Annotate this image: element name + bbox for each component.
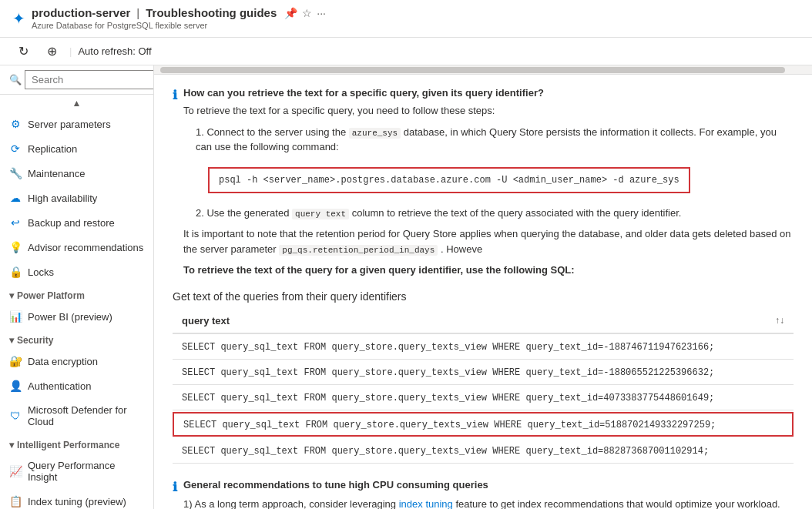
section-chevron-icon: ▾ (9, 440, 14, 450)
ms-defender-icon: 🛡 (9, 410, 22, 422)
info-icon: ℹ (173, 88, 177, 278)
sidebar-label: Query Performance Insight (28, 460, 144, 483)
step2-prefix: 2. Use the generated (196, 207, 292, 219)
rec1-suffix: feature to get index recommendations tha… (455, 498, 780, 510)
sidebar-label: Authentication (28, 380, 91, 392)
section-chevron-icon: ▾ (9, 335, 14, 346)
section-power-platform[interactable]: ▾ Power Platform (0, 284, 153, 304)
locks-icon: 🔒 (9, 266, 22, 278)
step1-prefix: 1. Connect to the server using the (196, 126, 349, 138)
main-content: ℹ How can you retrieve the text for a sp… (154, 65, 812, 509)
sidebar-item-advisor[interactable]: 💡 Advisor recommendations (0, 235, 153, 260)
step1-db: azure_sys (349, 128, 401, 139)
row-value: SELECT query_sql_text FROM query_store.q… (182, 446, 709, 457)
azure-logo: ✦ (12, 9, 25, 28)
maintenance-icon: 🔧 (9, 167, 22, 179)
sidebar-item-locks[interactable]: 🔒 Locks (0, 260, 153, 284)
scroll-up-icon: ▲ (72, 98, 82, 109)
section-label: Security (17, 335, 53, 346)
section-intelligent-performance[interactable]: ▾ Intelligent Performance (0, 434, 153, 454)
step-1: 1. Connect to the server using the azure… (196, 125, 794, 155)
sidebar-label: High availability (28, 193, 97, 204)
table-row: SELECT query_sql_text FROM query_store.q… (173, 438, 794, 464)
toolbar: ↻ ⊕ | Auto refresh: Off (0, 38, 812, 65)
layout: 🔍 ✕ « ▲ ⚙ Server parameters ⟳ Replicatio… (0, 65, 812, 509)
command-text: psql -h <server_name>.postgres.database.… (208, 167, 690, 193)
search-input[interactable] (25, 70, 154, 89)
header-subtitle: Azure Database for PostgreSQL flexible s… (32, 19, 326, 31)
header-top: production-server | Troubleshooting guid… (32, 6, 326, 31)
header-title-row: production-server | Troubleshooting guid… (32, 6, 326, 19)
info-content: How can you retrieve the text for a spec… (183, 87, 794, 278)
rec1-prefix: As a long term approach, consider levera… (194, 498, 398, 510)
sidebar-label: Power BI (preview) (28, 311, 112, 323)
separator: | (136, 6, 139, 19)
rec-content: General recommendations to tune high CPU… (183, 479, 794, 510)
sidebar-label: Server parameters (28, 119, 111, 130)
table-row-highlighted: SELECT query_sql_text FROM query_store.q… (173, 412, 794, 437)
sidebar-item-power-bi[interactable]: 📊 Power BI (preview) (0, 304, 153, 329)
more-icon[interactable]: ··· (317, 7, 326, 19)
refresh-button[interactable]: ↻ (12, 41, 35, 62)
diagnose-icon: ⊕ (47, 44, 57, 59)
sidebar-label: Maintenance (28, 168, 85, 179)
sidebar-item-high-availability[interactable]: ☁ High availability (0, 186, 153, 210)
info-box: ℹ How can you retrieve the text for a sp… (173, 87, 794, 278)
sidebar-label: Backup and restore (28, 217, 115, 229)
sidebar-item-backup-restore[interactable]: ↩ Backup and restore (0, 210, 153, 235)
sidebar-item-maintenance[interactable]: 🔧 Maintenance (0, 161, 153, 186)
sidebar-label: Microsoft Defender for Cloud (28, 404, 144, 427)
recommendations-box: ℹ General recommendations to tune high C… (173, 479, 794, 510)
sidebar: 🔍 ✕ « ▲ ⚙ Server parameters ⟳ Replicatio… (0, 65, 154, 509)
note-prefix: It is important to note that the retenti… (183, 228, 790, 255)
table-title: Get text of the queries from their query… (173, 290, 794, 303)
row-value: SELECT query_sql_text FROM query_store.q… (182, 393, 714, 404)
table-row: SELECT query_sql_text FROM query_store.q… (173, 334, 794, 360)
sidebar-item-data-encryption[interactable]: 🔐 Data encryption (0, 349, 153, 373)
step-2: 2. Use the generated query text column t… (196, 206, 794, 221)
sidebar-item-authentication[interactable]: 👤 Authentication (0, 373, 153, 398)
index-tuning-icon: 📋 (9, 495, 22, 507)
row-value: SELECT query_sql_text FROM query_store.q… (182, 367, 714, 378)
sidebar-scroll-up[interactable]: ▲ (0, 95, 153, 112)
sidebar-label: Locks (28, 266, 54, 278)
sql-label: To retrieve the text of the query for a … (183, 263, 794, 278)
scrollbar-thumb (160, 67, 785, 73)
sidebar-item-replication[interactable]: ⟳ Replication (0, 136, 153, 161)
section-label: Power Platform (17, 290, 85, 301)
info-intro: To retrieve the text for a specific quer… (183, 103, 794, 119)
table-section: Get text of the queries from their query… (173, 290, 794, 464)
sort-icon[interactable]: ↑↓ (775, 315, 784, 326)
sidebar-item-ms-defender[interactable]: 🛡 Microsoft Defender for Cloud (0, 398, 153, 434)
section-security[interactable]: ▾ Security (0, 329, 153, 349)
horizontal-scrollbar[interactable] (154, 65, 812, 75)
rec-info-icon: ℹ (173, 480, 177, 510)
step2-code: query text (292, 209, 349, 219)
diagnose-button[interactable]: ⊕ (41, 41, 63, 62)
section-chevron-icon: ▾ (9, 290, 14, 301)
rec1-number: 1) (183, 498, 194, 510)
section-label: Intelligent Performance (17, 440, 119, 450)
authentication-icon: 👤 (9, 380, 22, 392)
content-area: ℹ How can you retrieve the text for a sp… (154, 75, 812, 509)
data-encryption-icon: 🔐 (9, 355, 22, 367)
note-suffix: . Howeve (441, 243, 482, 255)
rec-title: General recommendations to tune high CPU… (183, 479, 794, 491)
sidebar-item-index-tuning[interactable]: 📋 Index tuning (preview) (0, 489, 153, 509)
server-name: production-server (32, 6, 130, 19)
step2-suffix: column to retrieve the text of the query… (352, 207, 682, 219)
command-block: psql -h <server_name>.postgres.database.… (196, 161, 794, 199)
sidebar-item-query-performance[interactable]: 📈 Query Performance Insight (0, 454, 153, 489)
high-availability-icon: ☁ (9, 192, 22, 204)
auto-refresh-label: Auto refresh: Off (78, 45, 151, 57)
rec-item-1: 1) As a long term approach, consider lev… (183, 497, 794, 510)
table-row: SELECT query_sql_text FROM query_store.q… (173, 360, 794, 385)
index-tuning-link[interactable]: index tuning (399, 498, 453, 510)
sidebar-label: Data encryption (28, 356, 98, 367)
star-icon[interactable]: ☆ (302, 7, 312, 19)
sidebar-item-server-parameters[interactable]: ⚙ Server parameters (0, 112, 153, 136)
pin-icon[interactable]: 📌 (284, 7, 297, 19)
header: ✦ production-server | Troubleshooting gu… (0, 0, 812, 38)
sql-label-text: To retrieve the text of the query for a … (183, 264, 575, 276)
note-param: pg_qs.retention_period_in_days (279, 245, 438, 256)
